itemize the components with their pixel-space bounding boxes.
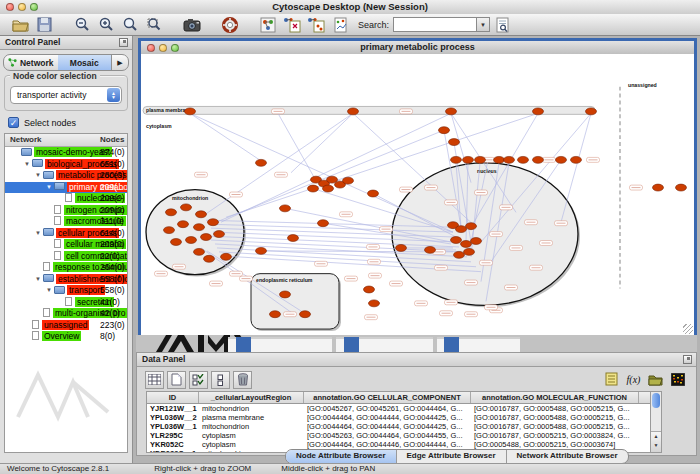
attribute-heatmap-button[interactable] bbox=[668, 370, 687, 388]
network-node[interactable] bbox=[280, 291, 291, 298]
zoom-window-button[interactable] bbox=[30, 3, 38, 11]
table-cell[interactable]: YPL036W__2 bbox=[147, 413, 199, 422]
tab-network[interactable]: Network bbox=[4, 55, 58, 70]
color-attribute-dropdown[interactable]: transporter activity ▲▼ bbox=[10, 86, 122, 104]
network-node[interactable] bbox=[466, 223, 477, 230]
network-node[interactable] bbox=[181, 204, 192, 211]
network-edge[interactable] bbox=[278, 113, 316, 180]
network-node[interactable] bbox=[396, 244, 407, 251]
network-node[interactable] bbox=[676, 184, 687, 191]
tree-row[interactable]: secretion41(0) bbox=[5, 297, 127, 309]
mosaic-button[interactable] bbox=[256, 15, 280, 34]
tab-network-attribute-browser[interactable]: Network Attribute Browser bbox=[507, 450, 628, 463]
table-cell[interactable]: [GO:0044464, GO:0044444, GO:0044425, G..… bbox=[304, 422, 471, 431]
attribute-list-button[interactable] bbox=[602, 370, 621, 388]
network-node[interactable] bbox=[425, 246, 436, 253]
search-input[interactable] bbox=[393, 17, 477, 32]
network-node[interactable] bbox=[369, 300, 380, 307]
disclosure-triangle-icon[interactable]: ▼ bbox=[22, 159, 32, 171]
network-node[interactable] bbox=[449, 139, 460, 146]
network-node[interactable] bbox=[196, 211, 207, 218]
network-node[interactable] bbox=[471, 238, 482, 245]
network-node[interactable] bbox=[178, 221, 189, 228]
snapshot-button[interactable] bbox=[180, 15, 204, 34]
disclosure-triangle-icon[interactable]: ▼ bbox=[44, 285, 54, 297]
network-node[interactable] bbox=[653, 184, 664, 191]
network-node[interactable] bbox=[451, 237, 462, 244]
zoom-fit-button[interactable] bbox=[118, 15, 142, 34]
scroll-down-button[interactable]: ▼ bbox=[651, 441, 661, 450]
network-minimize-button[interactable] bbox=[159, 44, 167, 52]
table-row[interactable]: YPL036W__2plasma membrane[GO:0044464, GO… bbox=[147, 413, 651, 422]
network-node[interactable] bbox=[475, 156, 486, 163]
scrollbar-thumb[interactable] bbox=[652, 393, 660, 408]
network-node[interactable] bbox=[464, 248, 475, 255]
network-node[interactable] bbox=[256, 159, 267, 166]
network-zoom-button[interactable] bbox=[171, 44, 179, 52]
network-node[interactable] bbox=[446, 108, 457, 115]
network-node[interactable] bbox=[194, 224, 205, 231]
network-node[interactable] bbox=[300, 311, 311, 318]
network-close-button[interactable] bbox=[147, 44, 155, 52]
table-cell[interactable]: [GO:0044464, GO:0044446, GO:0044444, G..… bbox=[304, 440, 471, 449]
tree-row[interactable]: cellular metabo209(0) bbox=[5, 239, 127, 251]
tree-row[interactable]: unassigned223(0) bbox=[5, 320, 127, 332]
network-node[interactable] bbox=[533, 108, 544, 115]
overlay-annotation-alt-button[interactable] bbox=[304, 15, 328, 34]
save-session-button[interactable] bbox=[32, 15, 56, 34]
network-node[interactable] bbox=[451, 156, 462, 163]
tab-edge-attribute-browser[interactable]: Edge Attribute Browser bbox=[397, 450, 507, 463]
table-cell[interactable]: [GO:0016787, GO:0005215, GO:0003824, G..… bbox=[471, 431, 639, 440]
table-cell[interactable]: cytoplasm bbox=[199, 431, 304, 440]
tree-row[interactable]: cell communicat22(0) bbox=[5, 251, 127, 263]
table-cell[interactable]: mitochondrion bbox=[199, 404, 304, 413]
float-panel-icon[interactable] bbox=[683, 355, 692, 364]
float-panel-icon[interactable] bbox=[119, 38, 128, 47]
network-node[interactable] bbox=[586, 108, 597, 115]
table-scrollbar[interactable]: ▲ ▼ bbox=[650, 391, 662, 453]
tree-row[interactable]: ▼metabolic process280(0) bbox=[5, 170, 127, 182]
table-row[interactable]: YPL036W__1mitochondrion[GO:0044464, GO:0… bbox=[147, 422, 651, 431]
tree-row[interactable]: Overview8(0) bbox=[5, 331, 127, 343]
table-cell[interactable]: YLR295C bbox=[147, 431, 199, 440]
close-window-button[interactable] bbox=[6, 3, 14, 11]
tree-row[interactable]: ▼biological_process651(0) bbox=[5, 159, 127, 171]
network-node[interactable] bbox=[343, 177, 354, 184]
minimize-window-button[interactable] bbox=[18, 3, 26, 11]
scroll-up-button[interactable]: ▲ bbox=[651, 432, 661, 441]
delete-attribute-button[interactable] bbox=[233, 371, 252, 389]
disclosure-triangle-icon[interactable]: ▼ bbox=[33, 228, 43, 240]
zoom-out-button[interactable] bbox=[70, 15, 94, 34]
import-attributes-button[interactable] bbox=[646, 370, 665, 388]
tab-node-attribute-browser[interactable]: Node Attribute Browser bbox=[286, 450, 397, 463]
tree-row[interactable]: multi-organism pro42(0) bbox=[5, 308, 127, 320]
table-cell[interactable]: YKR052C bbox=[147, 440, 199, 449]
tree-row[interactable]: mosaic-demo-yeast874(0) bbox=[5, 147, 127, 159]
table-cell[interactable]: [GO:0044464, GO:0044444, GO:0044425, G..… bbox=[304, 413, 471, 422]
function-builder-button[interactable]: f(x) bbox=[624, 370, 643, 388]
network-node[interactable] bbox=[571, 156, 582, 163]
network-node[interactable] bbox=[456, 226, 467, 233]
network-node[interactable] bbox=[308, 185, 319, 192]
network-window-titlebar[interactable]: primary metabolic process bbox=[141, 41, 694, 55]
network-node[interactable] bbox=[270, 311, 281, 318]
overlay-annotation-button[interactable] bbox=[280, 15, 304, 34]
table-cell[interactable]: YJR121W__1 bbox=[147, 404, 199, 413]
network-node[interactable] bbox=[288, 235, 299, 242]
network-edge[interactable] bbox=[190, 113, 261, 160]
network-node[interactable] bbox=[166, 209, 177, 216]
table-row[interactable]: YLR295Ccytoplasm[GO:0045263, GO:0044464,… bbox=[147, 431, 651, 440]
network-node[interactable] bbox=[518, 156, 529, 163]
network-node[interactable] bbox=[348, 108, 359, 115]
table-cell[interactable]: [GO:0045267, GO:0045261, GO:0044464, G..… bbox=[304, 404, 471, 413]
network-node[interactable] bbox=[454, 251, 465, 258]
table-cell[interactable]: plasma membrane bbox=[199, 413, 304, 422]
table-cell[interactable]: [GO:0016787, GO:0005488, GO:0005215, G..… bbox=[471, 422, 639, 431]
table-cell[interactable]: cytoplasm bbox=[199, 440, 304, 449]
network-node[interactable] bbox=[186, 237, 197, 244]
network-node[interactable] bbox=[208, 219, 219, 226]
unselect-attributes-button[interactable] bbox=[211, 371, 230, 389]
tree-row[interactable]: ▼cellular process614(0) bbox=[5, 228, 127, 240]
tree-row[interactable]: ▼primary metabo209(... bbox=[5, 182, 127, 194]
help-button[interactable] bbox=[218, 15, 242, 34]
